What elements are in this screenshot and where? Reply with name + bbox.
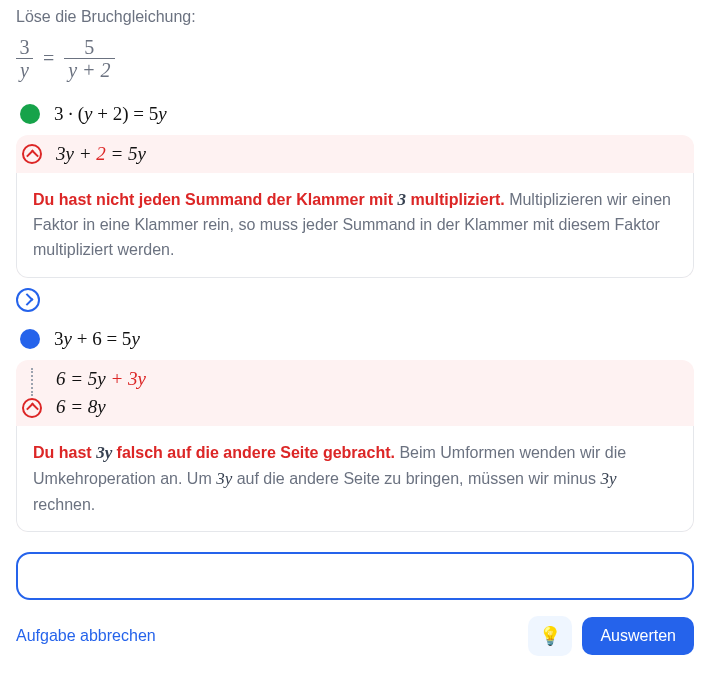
task-prompt: Löse die Bruchgleichung: [16, 8, 694, 26]
hint-button[interactable]: 💡 [528, 616, 572, 656]
error-block-2: 6 = 5y + 3y 6 = 8y Du hast 3y falsch auf… [16, 360, 694, 532]
step-row-2: 3y + 6 = 5y [16, 324, 694, 354]
chevron-up-icon [22, 398, 42, 418]
status-dot-correct-icon [20, 104, 40, 124]
task-equation: 3 y = 5 y + 2 [16, 36, 694, 81]
error-2-math: 6 = 8y [56, 396, 146, 418]
frac-right-den: y + 2 [68, 59, 110, 81]
chevron-up-icon [22, 144, 42, 164]
evaluate-button[interactable]: Auswerten [582, 617, 694, 655]
error-header-1[interactable]: 3y + 2 = 5y [16, 135, 694, 173]
error-1-body: Du hast nicht jeden Summand der Klammer … [16, 173, 694, 278]
equals-sign: = [43, 47, 54, 70]
error-1-math: 3y + 2 = 5y [56, 143, 146, 165]
error-header-2[interactable]: 6 = 5y + 3y 6 = 8y [16, 360, 694, 426]
step-1-math: 3 · (y + 2) = 5y [54, 103, 167, 125]
next-step-button[interactable] [16, 288, 40, 312]
status-dot-current-icon [20, 329, 40, 349]
frac-right-num: 5 [82, 36, 96, 58]
cancel-task-link[interactable]: Aufgabe abbrechen [16, 627, 156, 645]
lightbulb-icon: 💡 [539, 625, 561, 647]
bottom-bar: Aufgabe abbrechen 💡 Auswerten [16, 616, 694, 656]
answer-input[interactable] [16, 552, 694, 600]
step-row-1: 3 · (y + 2) = 5y [16, 99, 694, 129]
timeline [22, 368, 42, 418]
frac-left-den: y [20, 59, 29, 81]
error-2-body: Du hast 3y falsch auf die andere Seite g… [16, 426, 694, 532]
error-2-hint-line: 6 = 5y + 3y [56, 368, 146, 390]
step-2-math: 3y + 6 = 5y [54, 328, 140, 350]
frac-left-num: 3 [17, 36, 31, 58]
error-block-1: 3y + 2 = 5y Du hast nicht jeden Summand … [16, 135, 694, 278]
